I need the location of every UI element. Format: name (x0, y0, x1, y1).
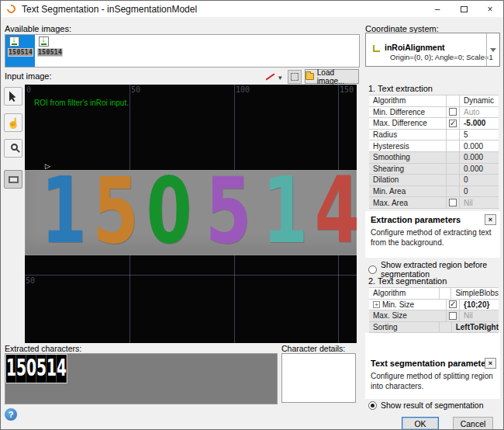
ruler-tick-label: 100 (236, 85, 250, 94)
checkbox-icon (449, 120, 457, 127)
table-row[interactable]: Min. Difference Auto (369, 107, 499, 119)
param-checkbox-cell[interactable] (447, 164, 460, 175)
extracted-character[interactable]: 4 (57, 355, 67, 383)
extraction-parameters-title: Extraction parameters (371, 215, 461, 224)
param-name: Dilation (369, 175, 447, 186)
table-row[interactable]: Shearing 0.000 (369, 164, 499, 175)
param-value[interactable]: Nil (460, 310, 499, 321)
text-segmentation-table: Algorithm SimpleBlobs +Min. Size {10;20}… (369, 287, 499, 333)
extracted-character[interactable]: 0 (26, 355, 36, 383)
param-value[interactable]: 5 (460, 130, 499, 140)
close-button[interactable]: × (477, 1, 503, 17)
input-image-label: Input image: (5, 71, 52, 81)
zoom-tool-button[interactable] (4, 139, 22, 158)
param-checkbox-cell[interactable] (447, 152, 460, 163)
table-row[interactable]: Dilation 0 (369, 175, 499, 186)
alignment-axes-icon (373, 45, 380, 52)
param-checkbox-cell[interactable] (440, 322, 452, 333)
param-checkbox-cell[interactable] (447, 130, 460, 140)
image-thumbnail-selected[interactable]: ↓ 150514 (5, 35, 35, 67)
checkbox-icon (449, 108, 457, 116)
table-row[interactable]: Hysteresis 0.000 (369, 140, 499, 152)
param-checkbox-cell[interactable] (440, 288, 451, 299)
text-extraction-table: Algorithm Dynamic Min. Difference Auto M… (369, 95, 499, 209)
extracted-character[interactable]: 1 (6, 355, 16, 383)
load-image-label: Load image... (317, 68, 358, 85)
help-icon: ? (9, 410, 14, 419)
panel-close-button[interactable]: × (485, 214, 496, 225)
roi-rectangle-tool-button[interactable] (4, 170, 22, 189)
minimize-icon: – (435, 4, 440, 15)
coordinate-system-select[interactable]: inRoiAlignment Origin=(0, 0); Angle=0; S… (365, 33, 500, 67)
show-result-radio[interactable]: Show result of segmentation (368, 401, 484, 410)
character-details-label: Character details: (281, 344, 345, 353)
table-row[interactable]: Max. Area Nil (369, 197, 499, 209)
param-value[interactable]: 0.000 (460, 164, 499, 175)
table-row[interactable]: Smoothing 0.000 (369, 152, 499, 164)
param-name: Max. Difference (369, 118, 447, 129)
ruler-tick-label: 50 (26, 276, 35, 285)
image-viewport[interactable]: 0 50 100 150 50 ROI from filter's inRoi … (25, 85, 357, 343)
table-row[interactable]: Min. Area 0 (369, 186, 499, 198)
param-value[interactable]: 0.000 (460, 140, 499, 151)
maximize-button[interactable] (450, 1, 477, 17)
param-value[interactable]: 0.000 (460, 152, 499, 163)
param-value[interactable]: 0 (460, 175, 499, 186)
ok-button[interactable]: OK (402, 417, 439, 430)
pan-tool-button[interactable]: ☝ (4, 113, 22, 132)
down-arrow-icon: ↓ (42, 35, 46, 43)
param-value[interactable]: Nil (460, 197, 499, 208)
param-value[interactable]: 0 (460, 186, 499, 197)
segmented-digit: 1 (262, 167, 283, 254)
line-draw-tool-button[interactable] (264, 71, 277, 82)
ruler-tick-label: 0 (26, 85, 31, 94)
param-name: Shearing (369, 164, 447, 175)
thumbnail-preview: 150514 (37, 48, 63, 57)
fit-region-icon (291, 73, 299, 81)
param-value[interactable]: Dynamic (460, 95, 499, 106)
param-checkbox-cell[interactable] (447, 197, 460, 208)
minimize-button[interactable]: – (424, 1, 450, 17)
table-row[interactable]: Sorting LeftToRight (369, 322, 499, 334)
table-row[interactable]: Radius 5 (369, 130, 499, 141)
param-value[interactable]: {10;20} (460, 300, 499, 310)
param-checkbox-cell[interactable] (447, 186, 460, 197)
image-thumbnail[interactable]: ↓ 150514 (35, 35, 64, 67)
cancel-button[interactable]: Cancel (453, 417, 493, 430)
param-name: Hysteresis (369, 140, 447, 151)
expander-icon[interactable]: + (373, 301, 380, 308)
load-image-button[interactable]: Load image... (305, 69, 359, 84)
param-checkbox-cell[interactable] (447, 310, 460, 321)
extracted-character[interactable]: 5 (36, 355, 47, 383)
close-icon: × (488, 216, 492, 224)
param-checkbox-cell[interactable] (447, 107, 460, 118)
dropdown-button[interactable] (486, 33, 499, 66)
param-value[interactable]: -5.000 (460, 118, 499, 129)
param-checkbox-cell[interactable] (447, 175, 460, 186)
extracted-character[interactable]: 1 (47, 355, 57, 383)
caret-down-icon[interactable]: ▾ (278, 74, 282, 81)
import-image-icon: ↓ (39, 36, 49, 47)
param-value[interactable]: LeftToRight (452, 322, 499, 333)
checkbox-icon (449, 300, 457, 308)
text-extraction-section-label: 1. Text extraction (368, 84, 433, 93)
pointer-tool-button[interactable] (4, 87, 22, 106)
param-checkbox-cell[interactable] (447, 140, 460, 151)
param-checkbox-cell[interactable] (447, 118, 460, 129)
extracted-character[interactable]: 5 (16, 355, 26, 383)
fit-to-view-button[interactable] (288, 70, 302, 84)
table-row[interactable]: Algorithm Dynamic (369, 95, 499, 107)
param-value[interactable]: Auto (460, 107, 499, 118)
table-row[interactable]: Max. Size Nil (369, 310, 499, 322)
param-value[interactable]: SimpleBlobs (451, 288, 499, 299)
character-details-box (281, 353, 356, 403)
param-checkbox-cell[interactable] (447, 95, 460, 106)
segmented-digit: 1 (41, 167, 68, 254)
table-row[interactable]: Algorithm SimpleBlobs (369, 288, 499, 300)
thumbnail-preview: 150514 (8, 48, 33, 57)
param-checkbox-cell[interactable] (447, 300, 460, 310)
table-row[interactable]: +Min. Size {10;20} (369, 300, 499, 311)
help-button[interactable]: ? (5, 408, 17, 421)
panel-close-button[interactable]: × (485, 358, 496, 369)
table-row[interactable]: Max. Difference -5.000 (369, 118, 499, 130)
